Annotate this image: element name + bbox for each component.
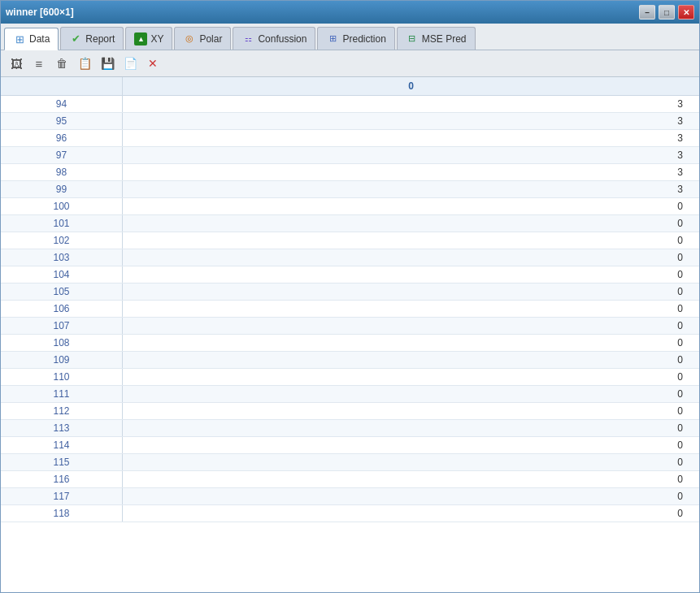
main-window: winner [600×1] – □ ✕ ⊞ Data ✔ Report ▲ X…: [0, 0, 700, 593]
tab-polar[interactable]: ◎ Polar: [174, 27, 231, 50]
tab-prediction-label: Prediction: [342, 33, 385, 45]
row-index-cell: 97: [1, 147, 123, 163]
table-row: 1160: [1, 471, 699, 488]
toolbar: 🖼 ≡ 🗑 📋 💾 📄 ✕: [1, 50, 699, 77]
row-data-cell: 0: [123, 471, 699, 487]
row-index-cell: 106: [1, 301, 123, 317]
remove-icon: ✕: [148, 57, 158, 70]
tab-mse-pred-label: MSE Pred: [422, 33, 467, 45]
row-data-cell: 0: [123, 505, 699, 522]
row-data-cell: 3: [123, 164, 699, 180]
row-index-cell: 103: [1, 249, 123, 266]
tab-data-label: Data: [29, 33, 50, 45]
delete-icon: 🗑: [56, 57, 67, 70]
row-data-cell: 3: [123, 147, 699, 163]
table-row: 963: [1, 130, 699, 147]
row-data-cell: 0: [123, 232, 699, 249]
copy-icon: 📋: [78, 57, 92, 70]
title-bar-buttons: – □ ✕: [639, 5, 694, 19]
row-index-cell: 105: [1, 284, 123, 300]
table-row: 983: [1, 164, 699, 181]
close-button[interactable]: ✕: [678, 5, 694, 19]
row-data-cell: 0: [123, 215, 699, 232]
row-data-cell: 0: [123, 301, 699, 317]
row-data-cell: 0: [123, 403, 699, 419]
row-data-cell: 0: [123, 420, 699, 436]
table-row: 1070: [1, 318, 699, 335]
table-row: 1130: [1, 420, 699, 437]
export-button[interactable]: 💾: [97, 53, 118, 74]
pred-icon: ⊞: [326, 32, 339, 45]
delete-button[interactable]: 🗑: [51, 53, 72, 74]
remove-button[interactable]: ✕: [142, 53, 163, 74]
column-header-0: 0: [123, 77, 699, 95]
tab-mse-pred[interactable]: ⊟ MSE Pred: [397, 27, 476, 50]
minimize-button[interactable]: –: [639, 5, 655, 19]
check-icon: ✔: [69, 32, 82, 45]
paste-button[interactable]: 📄: [120, 53, 141, 74]
table-row: 993: [1, 181, 699, 198]
table-row: 1010: [1, 215, 699, 232]
table-row: 1050: [1, 284, 699, 301]
polar-icon: ◎: [183, 32, 196, 45]
tab-bar: ⊞ Data ✔ Report ▲ XY ◎ Polar ⚏ Confussio…: [1, 24, 699, 50]
table-row: 1110: [1, 386, 699, 403]
row-data-cell: 0: [123, 369, 699, 385]
xy-icon: ▲: [134, 32, 147, 45]
table-row: 1090: [1, 352, 699, 369]
row-index-cell: 94: [1, 96, 123, 112]
table-body[interactable]: 9439539639739839931000101010201030104010…: [1, 96, 699, 592]
row-index-cell: 117: [1, 488, 123, 504]
paste-icon: 📄: [124, 57, 137, 70]
window-title: winner [600×1]: [6, 6, 74, 18]
list-button[interactable]: ≡: [28, 53, 50, 74]
tab-data[interactable]: ⊞ Data: [4, 28, 59, 50]
row-data-cell: 3: [123, 130, 699, 146]
row-index-cell: 104: [1, 266, 123, 283]
data-table-container: 0 94395396397398399310001010102010301040…: [1, 77, 699, 592]
table-row: 1020: [1, 232, 699, 249]
table-row: 1150: [1, 454, 699, 471]
table-row: 1140: [1, 437, 699, 454]
row-index-cell: 114: [1, 437, 123, 453]
row-index-cell: 112: [1, 403, 123, 419]
row-data-cell: 3: [123, 181, 699, 197]
tab-xy[interactable]: ▲ XY: [125, 27, 172, 50]
table-row: 1180: [1, 505, 699, 522]
tab-prediction[interactable]: ⊞ Prediction: [317, 27, 394, 50]
mse-icon: ⊟: [406, 32, 419, 45]
row-data-cell: 3: [123, 96, 699, 112]
tab-report[interactable]: ✔ Report: [60, 27, 124, 50]
table-icon: ⊞: [13, 32, 26, 45]
row-index-cell: 100: [1, 198, 123, 214]
row-data-cell: 0: [123, 352, 699, 368]
row-data-cell: 0: [123, 318, 699, 334]
export-icon: 💾: [101, 57, 115, 70]
row-index-cell: 98: [1, 164, 123, 180]
row-index-cell: 115: [1, 454, 123, 470]
row-index-cell: 107: [1, 318, 123, 334]
tab-polar-label: Polar: [199, 33, 222, 45]
table-row: 1120: [1, 403, 699, 420]
tab-xy-label: XY: [150, 33, 163, 45]
table-row: 1000: [1, 198, 699, 215]
open-button[interactable]: 🖼: [6, 53, 27, 74]
row-index-cell: 111: [1, 386, 123, 402]
title-bar: winner [600×1] – □ ✕: [1, 1, 699, 24]
table-row: 1060: [1, 301, 699, 318]
row-data-cell: 0: [123, 488, 699, 504]
row-index-cell: 101: [1, 215, 123, 232]
row-data-cell: 0: [123, 266, 699, 283]
copy-button[interactable]: 📋: [74, 53, 95, 74]
row-data-cell: 0: [123, 454, 699, 470]
table-row: 1080: [1, 335, 699, 352]
row-data-cell: 0: [123, 198, 699, 214]
row-data-cell: 0: [123, 284, 699, 300]
table-row: 1040: [1, 266, 699, 284]
maximize-button[interactable]: □: [659, 5, 675, 19]
row-data-cell: 0: [123, 386, 699, 402]
tab-confussion[interactable]: ⚏ Confussion: [233, 27, 315, 50]
row-index-cell: 99: [1, 181, 123, 197]
table-row: 1030: [1, 249, 699, 266]
tab-report-label: Report: [85, 33, 115, 45]
